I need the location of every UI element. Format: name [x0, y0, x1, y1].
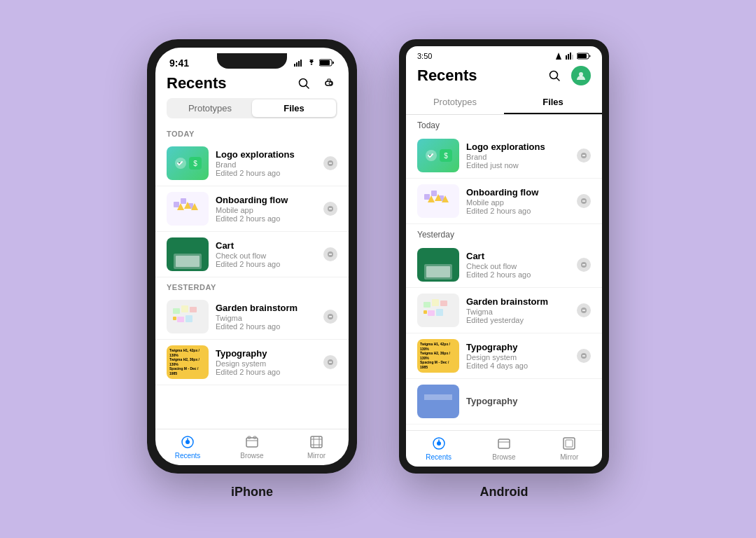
ios-tab-prototypes[interactable]: Prototypes [168, 99, 252, 117]
ios-browse-icon [244, 434, 260, 450]
ios-file-meta-cart: Check out flow [216, 251, 316, 260]
svg-rect-92 [566, 440, 573, 447]
svg-line-56 [556, 78, 559, 81]
svg-rect-14 [174, 202, 179, 207]
android-file-name-typography2: Typography [466, 396, 591, 406]
wifi-icon [307, 60, 316, 67]
svg-rect-52 [572, 55, 573, 60]
android-label: Android [480, 485, 528, 499]
iphone-label: iPhone [231, 485, 273, 499]
android-badge-logo [577, 149, 591, 163]
ios-nav-mirror[interactable]: Mirror [284, 434, 349, 460]
android-typography-thumb-text: Twigma H1, 42px / 130% Twigma H2, 36px /… [420, 342, 456, 369]
android-file-item-typography2[interactable]: Typography [406, 379, 602, 425]
android-file-name-cart: Cart [466, 251, 570, 261]
svg-line-7 [306, 85, 309, 88]
ios-nav-browse[interactable]: Browse [220, 434, 284, 460]
svg-rect-78 [428, 310, 435, 316]
android-file-time-garden: Edited yesterday [466, 316, 570, 324]
ios-nav-label-browse: Browse [240, 452, 263, 460]
android-tabs: Prototypes Files [406, 91, 602, 115]
android-nav-recents[interactable]: Recents [406, 435, 471, 461]
android-file-meta-onboarding: Mobile app [466, 198, 570, 207]
android-mirror-icon [561, 435, 578, 452]
svg-rect-76 [432, 299, 439, 306]
android-app-header: Recents [406, 63, 602, 91]
ios-header-icons [295, 75, 337, 92]
ios-file-meta-onboarding: Mobile app [216, 206, 316, 214]
ios-file-item-garden[interactable]: Garden brainstorm Twigma Edited 2 hours … [155, 294, 349, 340]
android-avatar[interactable] [571, 66, 591, 85]
ios-file-item-cart[interactable]: Cart Check out flow Edited 2 hours ago [155, 232, 349, 277]
ios-file-item-onboarding[interactable]: Onboarding flow Mobile app Edited 2 hour… [155, 186, 349, 232]
ios-file-info-cart: Cart Check out flow Edited 2 hours ago [216, 240, 316, 268]
svg-rect-26 [173, 308, 180, 314]
ios-nav-recents[interactable]: Recents [155, 434, 220, 460]
android-browse-icon [496, 435, 512, 452]
svg-rect-64 [431, 191, 437, 196]
ios-file-item-logo[interactable]: $ Logo explorations Brand Edited 2 hours… [155, 141, 349, 186]
ios-badge-typography [323, 355, 337, 369]
ios-thumb-onboarding [167, 192, 209, 226]
android-thumb-typography2 [417, 385, 459, 418]
android-file-item-garden[interactable]: Garden brainstorm Twigma Edited yesterda… [406, 288, 602, 333]
ios-file-name-cart: Cart [216, 240, 316, 251]
ios-file-name-typography: Typography [216, 348, 316, 359]
android-screen: 3:50 [406, 46, 602, 467]
svg-rect-30 [186, 315, 192, 322]
android-tab-files[interactable]: Files [504, 91, 602, 114]
android-nav-label-recents: Recents [426, 453, 451, 461]
ios-typography-thumb-text: Twigma H1, 42px / 130% Twigma H2, 36px /… [169, 348, 206, 375]
android-file-item-cart[interactable]: Cart Check out flow Edited 2 hours ago [406, 242, 602, 288]
android-file-meta-logo: Brand [466, 153, 570, 161]
android-file-name-garden: Garden brainstorm [466, 296, 570, 307]
ios-section-yesterday: YESTERDAY [155, 277, 349, 294]
iphone-wrapper: 9:41 [147, 39, 357, 499]
svg-point-8 [329, 82, 332, 85]
android-file-info-typography: Typography Design system Edited 4 days a… [466, 342, 570, 370]
android-badge-typography [577, 349, 591, 363]
svg-rect-27 [181, 305, 188, 312]
ios-thumb-garden [167, 300, 209, 333]
svg-rect-75 [424, 302, 430, 308]
ios-file-time-cart: Edited 2 hours ago [216, 260, 316, 268]
svg-rect-49 [566, 55, 567, 60]
android-file-item-typography[interactable]: Twigma H1, 42px / 130% Twigma H2, 36px /… [406, 333, 602, 379]
ios-file-name-logo: Logo explorations [216, 149, 316, 160]
android-file-meta-garden: Twigma [466, 308, 570, 316]
android-tab-prototypes[interactable]: Prototypes [406, 91, 504, 114]
svg-rect-80 [424, 310, 427, 314]
ios-badge-logo [323, 156, 337, 170]
ios-search-icon[interactable] [295, 75, 312, 92]
svg-rect-3 [300, 60, 302, 67]
android-search-icon[interactable] [546, 67, 563, 84]
ios-app-header: Recents [155, 71, 349, 98]
ios-file-info-onboarding: Onboarding flow Mobile app Edited 2 hour… [216, 195, 316, 223]
android-bottom-nav: Recents Browse [406, 430, 602, 467]
ios-badge-garden [323, 310, 337, 324]
android-nav-label-browse: Browse [492, 453, 515, 461]
ios-tab-files[interactable]: Files [252, 99, 336, 117]
android-file-item-logo[interactable]: $ Logo explorations Brand Edited just no… [406, 133, 602, 179]
android-time: 3:50 [417, 52, 432, 60]
android-section-today: Today [406, 115, 602, 133]
android-app-title: Recents [417, 67, 477, 85]
android-badge-cart [577, 258, 591, 272]
ios-badge-cart [323, 247, 337, 261]
ios-mirror-icon [308, 434, 325, 450]
signal-icon [294, 60, 304, 67]
iphone-notch [217, 53, 287, 69]
android-thumb-cart [417, 248, 459, 282]
ios-file-item-typography[interactable]: Twigma H1, 42px / 130% Twigma H2, 36px /… [155, 340, 349, 385]
android-nav-browse[interactable]: Browse [471, 435, 536, 461]
ios-file-time-typography: Edited 2 hours ago [216, 368, 316, 376]
ios-file-time-garden: Edited 2 hours ago [216, 322, 316, 331]
android-file-meta-cart: Check out flow [466, 262, 570, 270]
ios-file-name-garden: Garden brainstorm [216, 303, 316, 313]
android-file-item-onboarding[interactable]: Onboarding flow Mobile app Edited 2 hour… [406, 179, 602, 224]
android-file-time-onboarding: Edited 2 hours ago [466, 207, 570, 215]
ios-figma-icon[interactable] [321, 75, 337, 92]
android-nav-mirror[interactable]: Mirror [537, 435, 602, 461]
svg-rect-0 [294, 64, 295, 67]
svg-rect-28 [190, 307, 197, 312]
